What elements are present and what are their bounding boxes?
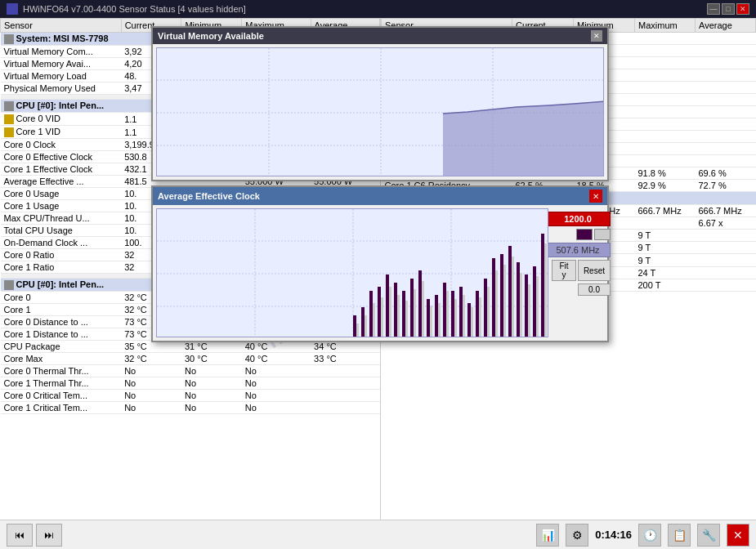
nav-back-button[interactable]: ⏮	[7, 524, 33, 547]
svg-rect-40	[381, 297, 383, 337]
table-row[interactable]: Core 1 Critical Tem... No No No	[1, 402, 380, 414]
report-icon[interactable]: 📋	[668, 524, 691, 547]
chart-action-buttons: Fit y Reset	[552, 260, 611, 281]
reset-button[interactable]: Reset	[578, 260, 611, 281]
svg-rect-37	[356, 324, 359, 337]
status-bar: ⏮ ⏭ 📊 ⚙ 0:14:16 🕐 📋 🔧 ✕	[0, 520, 756, 549]
sensor-max: 24 T	[635, 266, 696, 279]
avg-clock-window: Average Effective Clock ✕	[151, 185, 609, 342]
y-min-value: 0.0	[578, 283, 611, 296]
sensor-current: No	[121, 365, 181, 377]
table-row[interactable]: Core 0 Thermal Thr... No No No	[1, 365, 380, 377]
cpu-icon	[4, 101, 14, 111]
sensor-max	[635, 131, 696, 143]
sensor-avg: 34 °C	[311, 341, 379, 353]
sensor-avg: 6.67 x	[696, 217, 756, 230]
title-bar: HWiNFO64 v7.00-4400 Sensor Status [4 val…	[0, 0, 756, 18]
status-nav-buttons: ⏮ ⏭	[7, 524, 62, 547]
close-status-icon[interactable]: ✕	[727, 524, 749, 547]
clock-icon[interactable]: 🕐	[638, 524, 661, 547]
table-row[interactable]: Core Max 32 °C 30 °C 40 °C 33 °C	[1, 353, 380, 365]
sensor-max	[635, 118, 696, 131]
sensor-max: 40 °C	[242, 341, 311, 353]
color-legend	[576, 229, 611, 240]
sensor-max: No	[242, 365, 311, 377]
sensor-current: No	[121, 377, 181, 390]
sensor-min: 30 °C	[181, 353, 242, 365]
sensor-avg	[696, 279, 756, 291]
sensor-max	[635, 143, 696, 155]
svg-rect-14	[361, 307, 365, 337]
vid-icon	[4, 114, 14, 124]
cpu-icon	[4, 34, 14, 44]
rcol-maximum: Maximum	[635, 19, 696, 33]
legend-light	[594, 229, 611, 240]
max-value-box: 1200.0	[545, 212, 611, 226]
table-row[interactable]: Core 1 Thermal Thr... No No No	[1, 377, 380, 390]
svg-rect-30	[492, 258, 495, 337]
sensor-current: 35 °C	[121, 341, 181, 353]
avg-clock-titlebar: Average Effective Clock ✕	[153, 187, 607, 205]
svg-rect-13	[353, 315, 356, 337]
svg-rect-58	[528, 284, 530, 337]
current-value-display: 507.6 MHz	[545, 243, 611, 257]
sensor-name: Core 1 Thermal Thr...	[1, 377, 122, 390]
virt-mem-content	[153, 44, 607, 180]
sensor-max	[635, 106, 696, 118]
avg-clock-controls: 1200.0 507.6 MHz Fit y Reset 0.0	[552, 208, 611, 337]
app-icon	[7, 3, 18, 15]
sensor-name: Core 1 Effective Clock	[1, 163, 122, 176]
table-row[interactable]: Core 0 Critical Tem... No No No	[1, 390, 380, 402]
svg-rect-59	[536, 276, 539, 337]
sensor-max: 40 °C	[242, 353, 311, 365]
svg-rect-53	[487, 287, 490, 337]
sensor-current: No	[121, 390, 181, 402]
export-icon[interactable]: 📊	[536, 524, 559, 547]
sensor-max	[635, 94, 696, 106]
sensor-max: No	[242, 377, 311, 390]
virt-mem-title: Virtual Memory Available	[158, 31, 264, 41]
svg-rect-26	[459, 287, 463, 337]
sensor-name: On-Demand Clock ...	[1, 237, 122, 249]
svg-rect-20	[410, 279, 414, 337]
sensor-max: 9 T	[635, 254, 696, 266]
close-button[interactable]: ✕	[736, 3, 749, 15]
svg-rect-24	[443, 283, 446, 337]
sensor-name: Virtual Memory Com...	[1, 46, 122, 58]
minimize-button[interactable]: —	[707, 3, 720, 15]
sensor-max: 91.8 %	[635, 167, 696, 180]
sensor-min: 31 °C	[181, 341, 242, 353]
svg-rect-41	[389, 287, 391, 337]
sensor-name: Core 0 Critical Tem...	[1, 390, 122, 402]
svg-rect-39	[373, 303, 375, 337]
sensor-name: Core 0	[1, 292, 122, 304]
avg-clock-close-button[interactable]: ✕	[589, 190, 602, 203]
settings-icon[interactable]: ⚙	[566, 524, 588, 547]
sensor-name: Average Effective ...	[1, 176, 122, 188]
svg-rect-32	[508, 246, 512, 337]
svg-rect-34	[525, 274, 528, 337]
fit-y-button[interactable]: Fit y	[552, 260, 576, 281]
svg-rect-17	[386, 274, 389, 337]
status-time: 0:14:16	[595, 529, 632, 541]
nav-forward-button[interactable]: ⏭	[36, 524, 62, 547]
avg-clock-title: Average Effective Clock	[158, 191, 260, 201]
main-window: HWiNFO64 v7.00-4400 Sensor Status [4 val…	[0, 0, 756, 549]
sensor-name: Core 0 Ratio	[1, 249, 122, 261]
virt-mem-window: Virtual Memory Available ✕	[151, 26, 609, 181]
virt-mem-close-button[interactable]: ✕	[591, 30, 602, 42]
sensor-name: CPU Package	[1, 341, 122, 353]
cpu-icon	[4, 280, 14, 290]
sensor-avg	[696, 131, 756, 143]
sensor-max	[635, 217, 696, 230]
sensor-min: No	[181, 390, 242, 402]
maximize-button[interactable]: □	[722, 3, 735, 15]
svg-rect-46	[430, 306, 432, 337]
sensor-max: 666.7 MHz	[635, 205, 696, 217]
svg-rect-27	[467, 303, 471, 337]
gear-icon[interactable]: 🔧	[697, 524, 720, 547]
sensor-name: Core 0 Thermal Thr...	[1, 365, 122, 377]
table-row[interactable]: CPU Package 35 °C 31 °C 40 °C 34 °C	[1, 341, 380, 353]
sensor-avg	[696, 242, 756, 254]
avg-clock-chart	[156, 208, 548, 337]
